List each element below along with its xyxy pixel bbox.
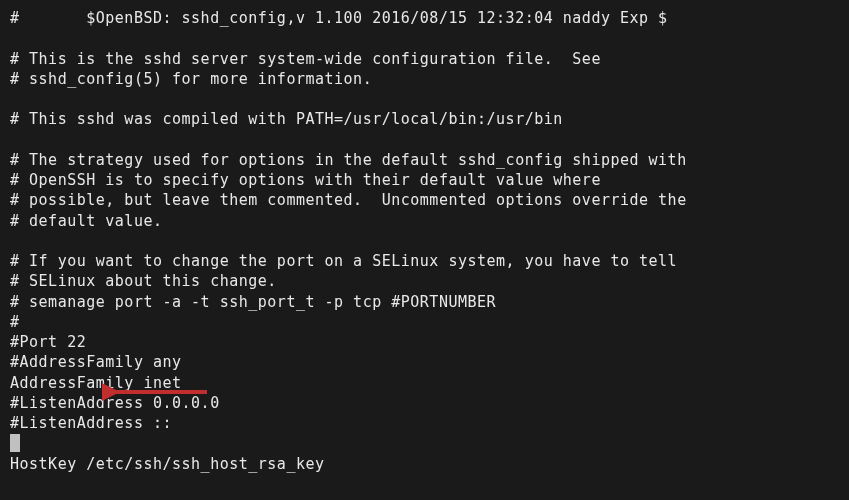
file-line: #AddressFamily any [10, 352, 839, 372]
file-line: #Port 22 [10, 332, 839, 352]
file-line: #ListenAddress :: [10, 413, 839, 433]
file-line: # [10, 312, 839, 332]
file-line: # semanage port -a -t ssh_port_t -p tcp … [10, 292, 839, 312]
file-line [10, 231, 839, 251]
file-line [10, 28, 839, 48]
file-line: HostKey /etc/ssh/ssh_host_rsa_key [10, 454, 839, 474]
cursor-block [10, 434, 20, 452]
file-line: # sshd_config(5) for more information. [10, 69, 839, 89]
cursor-line [10, 433, 839, 453]
file-line: # The strategy used for options in the d… [10, 150, 839, 170]
file-line: # OpenSSH is to specify options with the… [10, 170, 839, 190]
file-line: # default value. [10, 211, 839, 231]
file-line: # This sshd was compiled with PATH=/usr/… [10, 109, 839, 129]
file-line: AddressFamily inet [10, 373, 839, 393]
file-line: # possible, but leave them commented. Un… [10, 190, 839, 210]
file-line [10, 89, 839, 109]
file-line: # SELinux about this change. [10, 271, 839, 291]
file-line: # If you want to change the port on a SE… [10, 251, 839, 271]
file-line: # $OpenBSD: sshd_config,v 1.100 2016/08/… [10, 8, 839, 28]
file-line: #ListenAddress 0.0.0.0 [10, 393, 839, 413]
terminal-content[interactable]: # $OpenBSD: sshd_config,v 1.100 2016/08/… [10, 8, 839, 433]
file-line: # This is the sshd server system-wide co… [10, 49, 839, 69]
file-line [10, 130, 839, 150]
